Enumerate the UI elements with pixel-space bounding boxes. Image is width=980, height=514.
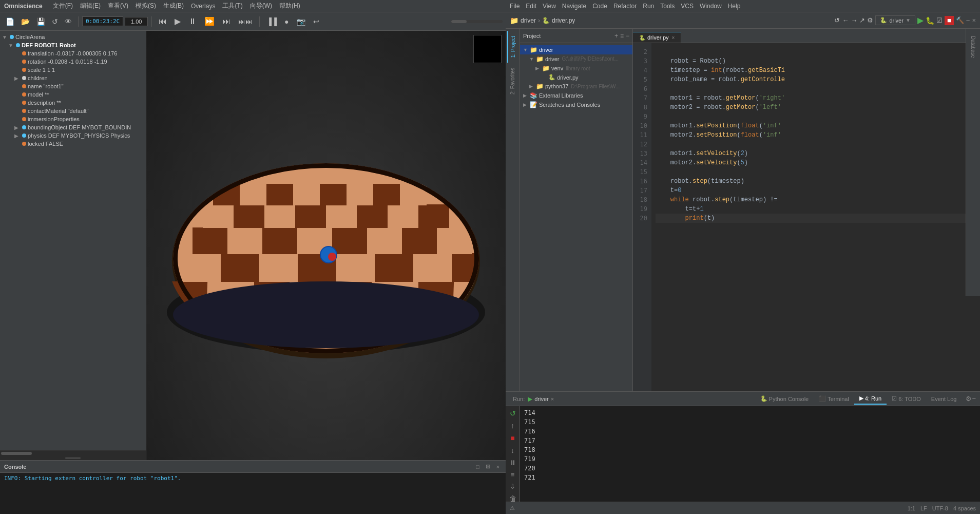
tree-item-robot1[interactable]: ▼ DEF ROBOT1 Robot [0,41,146,49]
ide-menu-window[interactable]: Window [700,3,722,10]
file-tab-active[interactable]: 🐍 driver.py × [633,32,681,43]
toolbar-fast[interactable]: ⏭ [219,15,234,28]
menu-edit[interactable]: 编辑(E) [77,2,104,10]
toolbar-play[interactable]: ▶ [171,15,184,28]
menu-wizard[interactable]: 向导(W) [247,2,275,10]
toolbar-new[interactable]: 📄 [3,16,17,27]
status-encoding[interactable]: UTF-8 [932,505,948,511]
ide-tb-stop[interactable]: ■ [945,16,954,25]
ide-tb-build-menu[interactable]: 🔨 [956,16,964,24]
tab-close-btn[interactable]: × [672,35,675,41]
ide-menu-view[interactable]: View [543,3,556,10]
toolbar-pause[interactable]: ⏸ [185,15,200,28]
menu-help[interactable]: 帮助(H) [276,2,303,10]
project-item-driver-root[interactable]: ▼ 📁 driver [520,45,632,54]
ide-menu-file[interactable]: File [510,3,520,10]
tab-run-active[interactable]: ▶4: Run [854,393,887,405]
console-close[interactable]: × [494,463,502,471]
vtab-database[interactable]: Database [968,31,978,63]
toolbar-screenshot[interactable]: 📷 [294,16,309,27]
ide-menu-vcs[interactable]: VCS [681,3,694,10]
menu-overlays[interactable]: Overlays [188,3,218,10]
breadcrumb-driver[interactable]: driver [521,17,536,24]
project-item-scratches[interactable]: ▶ 📝 Scratches and Consoles [520,100,632,109]
toolbar-record[interactable]: ● [281,16,292,27]
project-item-driverpy[interactable]: 🐍 driver.py [520,73,632,82]
tree-item-scale[interactable]: scale 1 1 1 [0,66,146,74]
vtab-favorites[interactable]: 2: Favorites [508,63,517,100]
tree-item-physics[interactable]: ▶ physics DEF MYBOT_PHYSICS Physics [0,131,146,140]
toolbar-step[interactable]: ⏩ [201,15,218,28]
tree-item-model[interactable]: model ** [0,90,146,99]
tree-item-bounding[interactable]: ▶ boundingObject DEF MYBOT_BOUNDIN [0,123,146,131]
project-item-ext-libs[interactable]: ▶ 📚 External Libraries [520,91,632,100]
vtab-project[interactable]: 1: Project [507,31,518,63]
project-dropdown[interactable]: 🐍 driver ▼ [875,15,915,25]
ide-tb-external[interactable]: ↗ [859,16,865,24]
run-settings[interactable]: ⚙ [966,395,972,403]
project-hide[interactable]: − [626,32,629,40]
tree-hscrollbar[interactable] [0,450,146,456]
tab-terminal[interactable]: ⬛Terminal [814,393,854,404]
ide-tb-forward[interactable]: → [851,16,857,24]
run-tab-close[interactable]: × [551,396,554,402]
toolbar-eye[interactable]: 👁 [62,16,74,27]
status-line-ending[interactable]: LF [920,505,927,511]
ide-tb-minimize[interactable]: − [966,16,970,24]
tree-item-name[interactable]: name "robot1" [0,82,146,90]
run-scroll-down[interactable]: ↓ [510,445,515,455]
tree-item-locked[interactable]: locked FALSE [0,140,146,148]
breadcrumb-file[interactable]: driver.py [552,17,575,24]
tree-item-contact[interactable]: contactMaterial "default" [0,107,146,115]
ide-tb-run[interactable]: ▶ [917,15,924,25]
tree-item-description[interactable]: description ** [0,99,146,107]
toolbar-reload[interactable]: ↺ [49,16,61,27]
tree-item-children[interactable]: ▶ children [0,74,146,82]
project-item-driver-inner[interactable]: ▼ 📁 driver G:\桌面\PyIDEtest\cont... [520,54,632,64]
ide-menu-run[interactable]: Run [643,3,654,10]
ide-tb-refresh[interactable]: ↺ [834,16,840,24]
status-indent[interactable]: 4 spaces [953,505,976,511]
ide-menu-navigate[interactable]: Navigate [562,3,586,10]
menu-file[interactable]: 文件(F) [50,2,76,10]
toolbar-viewport[interactable]: ▐▐ [263,16,280,27]
tree-item-translation[interactable]: translation -0.0317 -0.000305 0.176 [0,49,146,58]
menu-view[interactable]: 查看(V) [105,2,131,10]
run-pause-output[interactable]: ⏸ [508,458,517,468]
tree-item-circle-arena[interactable]: ▼ CircleArena [0,33,146,41]
run-scroll-up[interactable]: ↑ [510,421,515,431]
toolbar-fastest[interactable]: ⏭⏭ [235,16,256,27]
run-toggle-wrap[interactable]: ≡ [510,470,516,480]
ide-menu-edit[interactable]: Edit [526,3,536,10]
ide-tb-settings[interactable]: ⚙ [867,16,873,24]
tab-event-log[interactable]: Event Log [926,394,962,404]
ide-menu-help[interactable]: Help [728,3,741,10]
project-add[interactable]: + [614,32,618,40]
toolbar-reset-camera[interactable]: ↩ [310,16,322,27]
toolbar-open[interactable]: 📂 [18,16,32,27]
toolbar-rewind[interactable]: ⏮ [156,15,170,28]
status-position[interactable]: 1:1 [908,505,915,511]
ide-menu-code[interactable]: Code [592,3,607,10]
tree-item-rotation[interactable]: rotation -0.0208 -1 0.0118 -1.19 [0,58,146,66]
ide-tb-close[interactable]: × [972,16,976,24]
run-stop[interactable]: ■ [509,433,515,443]
run-clear[interactable]: 🗑 [508,493,517,502]
menu-build[interactable]: 生成(B) [160,2,187,10]
ide-menu-tools[interactable]: Tools [660,3,675,10]
tab-python-console[interactable]: 🐍Python Console [755,393,814,404]
console-minimize[interactable]: □ [474,463,482,471]
run-rerun[interactable]: ↺ [509,408,517,418]
menu-sim[interactable]: 模拟(S) [132,2,159,10]
tab-todo[interactable]: ☑6: TODO [887,393,926,404]
project-item-python37[interactable]: ▶ 📁 python37 D:\Program Files\W... [520,82,632,91]
tree-item-immersion[interactable]: immersionProperties [0,115,146,123]
project-settings[interactable]: ≡ [620,32,624,40]
toolbar-save[interactable]: 💾 [34,16,48,27]
run-scroll-end[interactable]: ⇩ [509,482,516,491]
project-item-venv[interactable]: ▶ 📁 venv library root [520,64,632,73]
code-content[interactable]: robot = Robot() timestep = int(robot.get… [651,43,976,391]
ide-tb-coverage[interactable]: ☑ [936,16,943,24]
ide-tb-debug[interactable]: 🐛 [926,16,934,25]
menu-tools[interactable]: 工具(T) [219,2,245,10]
